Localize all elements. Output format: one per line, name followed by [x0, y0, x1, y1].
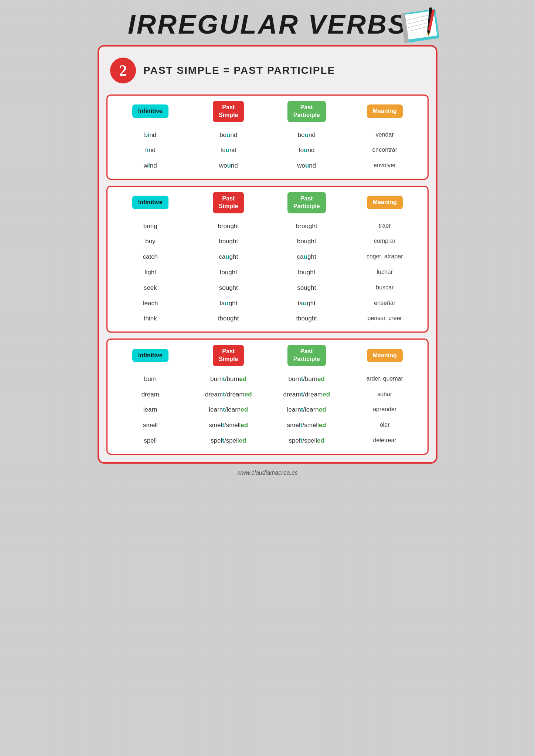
- past-participle-cell: dreamt/dreamed: [268, 389, 346, 401]
- past-participle-cell: fought: [268, 267, 346, 278]
- page: IRREGULAR VERBS: [98, 11, 437, 741]
- verb-row: bind bound bound vendar: [111, 127, 424, 143]
- meaning-cell: vendar: [346, 129, 424, 141]
- past-simple-cell: spelt/spelled: [190, 435, 268, 447]
- highlight: i: [148, 131, 150, 138]
- highlight: u: [303, 300, 307, 307]
- main-container: 2 PAST SIMPLE = PAST PARTICIPLE Infiniti…: [98, 45, 437, 464]
- col-header-infinitive-2: Infinitive: [111, 192, 190, 213]
- highlight: u: [305, 162, 309, 169]
- verb-row: seek sought sought buscar: [111, 280, 424, 296]
- col-header-ps-2: PastSimple: [190, 192, 268, 213]
- past-participle-cell: bought: [268, 236, 346, 247]
- col-headers-1: Infinitive PastSimple PastParticiple Mea…: [108, 96, 427, 124]
- verb-row: think thought thought pensar, creer: [111, 311, 424, 326]
- past-participle-cell: learnt/learned: [268, 404, 346, 416]
- col-header-pp-1: PastParticiple: [268, 101, 346, 122]
- main-title: IRREGULAR VERBS: [98, 11, 437, 38]
- past-simple-badge-3: PastSimple: [213, 345, 244, 366]
- meaning-cell: coger, atrapar: [346, 251, 424, 263]
- verb-row: fight fought fought luchar: [111, 265, 424, 280]
- verb-rows-1: bind bound bound vendar find found found…: [108, 124, 427, 179]
- infinitive-badge-2: Infinitive: [132, 196, 168, 209]
- past-participle-cell: caught: [268, 251, 346, 263]
- col-header-meaning-3: Meaning: [346, 345, 424, 366]
- past-simple-cell: learnt/learned: [190, 404, 268, 416]
- infinitive-cell: fight: [111, 267, 190, 278]
- meaning-badge-2: Meaning: [367, 196, 403, 209]
- past-simple-cell: bound: [190, 129, 268, 141]
- past-participle-cell: bound: [268, 129, 346, 141]
- infinitive-cell: spell: [111, 435, 190, 447]
- highlight-green: ed: [245, 391, 252, 398]
- meaning-cell: luchar: [346, 267, 424, 278]
- highlight: t: [223, 375, 225, 382]
- highlight-green: ed: [241, 406, 248, 413]
- highlight: t: [300, 422, 303, 429]
- infinitive-cell: wind: [111, 160, 190, 172]
- highlight-green: ed: [241, 422, 248, 429]
- verb-rows-2: bring brought brought traer buy bought b…: [108, 216, 427, 332]
- past-simple-cell: wound: [190, 160, 268, 172]
- verb-row: dream dreamt/dreamed dreamt/dreamed soña…: [111, 387, 424, 402]
- highlight: u: [225, 253, 229, 260]
- title-area: IRREGULAR VERBS: [98, 11, 437, 38]
- past-simple-badge-2: PastSimple: [213, 192, 244, 213]
- highlight: u: [225, 300, 228, 307]
- past-participle-cell: spelt/spelled: [268, 435, 346, 447]
- col-header-pp-2: PastParticiple: [268, 192, 346, 213]
- past-participle-badge-1: PastParticiple: [287, 101, 326, 122]
- col-header-pp-3: PastParticiple: [268, 345, 346, 366]
- past-participle-cell: brought: [268, 220, 346, 232]
- past-simple-cell: fought: [190, 267, 268, 278]
- infinitive-cell: burn: [111, 373, 190, 385]
- past-simple-cell: bought: [190, 236, 268, 247]
- highlight: u: [226, 147, 229, 154]
- highlight-green: ed: [319, 422, 326, 429]
- infinitive-cell: bring: [111, 220, 190, 232]
- past-participle-cell: thought: [268, 313, 346, 324]
- past-simple-cell: caught: [190, 251, 268, 263]
- past-simple-cell: thought: [190, 313, 268, 324]
- infinitive-cell: dream: [111, 389, 190, 401]
- meaning-cell: envolver: [346, 160, 424, 172]
- highlight: u: [304, 147, 307, 154]
- verb-row: teach taught taught enseñar: [111, 296, 424, 311]
- col-header-infinitive-3: Infinitive: [111, 345, 190, 366]
- verb-row: smell smelt/smelled smelt/smelled oler: [111, 417, 424, 433]
- verb-group-3: Infinitive PastSimple PastParticiple Mea…: [106, 339, 429, 455]
- verb-row: find found found encontrar: [111, 142, 424, 158]
- infinitive-cell: buy: [111, 236, 190, 247]
- past-simple-cell: burnt/burned: [190, 373, 268, 385]
- col-header-infinitive-1: Infinitive: [111, 101, 190, 122]
- highlight: t: [223, 406, 225, 413]
- col-headers-2: Infinitive PastSimple PastParticiple Mea…: [108, 187, 427, 216]
- past-participle-badge-3: PastParticiple: [287, 345, 326, 366]
- highlight-green: ed: [317, 437, 324, 444]
- past-participle-cell: found: [268, 144, 346, 156]
- highlight: t: [301, 391, 303, 398]
- meaning-cell: enseñar: [346, 298, 424, 309]
- meaning-cell: soñar: [346, 389, 424, 401]
- highlight: t: [222, 437, 224, 444]
- highlight: u: [226, 131, 230, 138]
- col-header-ps-1: PastSimple: [190, 101, 268, 122]
- notebook-decoration: [397, 7, 445, 52]
- meaning-cell: buscar: [346, 282, 424, 294]
- meaning-cell: comprar: [346, 236, 424, 247]
- infinitive-cell: seek: [111, 282, 190, 294]
- past-participle-badge-2: PastParticiple: [287, 192, 326, 213]
- past-participle-cell: taught: [268, 298, 346, 309]
- section-header: 2 PAST SIMPLE = PAST PARTICIPLE: [106, 54, 429, 87]
- col-header-meaning-2: Meaning: [346, 192, 424, 213]
- meaning-cell: deletrear: [346, 435, 424, 447]
- infinitive-cell: catch: [111, 251, 190, 263]
- meaning-badge-1: Meaning: [367, 104, 403, 118]
- infinitive-cell: teach: [111, 298, 190, 309]
- past-simple-cell: brought: [190, 220, 268, 232]
- footer: www.claudiamacrea.es: [98, 470, 437, 476]
- meaning-cell: traer: [346, 220, 424, 232]
- infinitive-cell: smell: [111, 419, 190, 431]
- verb-row: wind wound wound envolver: [111, 158, 424, 173]
- past-simple-cell: sought: [190, 282, 268, 294]
